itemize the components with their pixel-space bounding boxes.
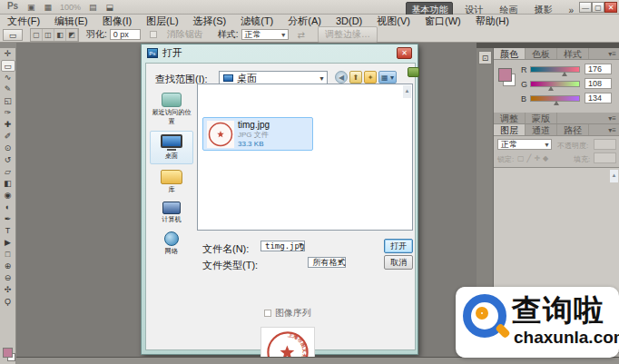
tab-color[interactable]: 颜色 xyxy=(494,48,526,59)
zoom-tool[interactable]: Ϙ xyxy=(1,296,15,308)
type-tool[interactable]: T xyxy=(1,225,15,237)
dodge-tool[interactable]: ◐ xyxy=(1,202,15,213)
path-select-tool[interactable]: ▶ xyxy=(1,237,15,249)
zoom-level-combo[interactable]: 100% xyxy=(56,3,84,12)
sidebar-item-computer[interactable]: 计算机 xyxy=(150,202,193,224)
rect-marquee-tool[interactable]: ▭ xyxy=(1,60,15,72)
panel-menu-icon[interactable]: ▾≡ xyxy=(608,113,616,124)
red-channel-label: R xyxy=(521,65,527,74)
history-panel-icon[interactable]: ⊡ xyxy=(478,51,492,64)
clone-stamp-tool[interactable]: ⊙ xyxy=(1,143,15,154)
pen-tool[interactable]: ✒ xyxy=(1,213,15,225)
menu-image[interactable]: 图像(I) xyxy=(95,15,139,28)
file-name: timg.jpg xyxy=(238,120,270,130)
file-item-timg[interactable]: timg.jpg JPG 文件 33.3 KB xyxy=(202,117,313,151)
add-selection-icon[interactable]: ◫ xyxy=(43,29,54,41)
lasso-tool[interactable]: ∿ xyxy=(1,72,15,84)
green-slider-thumb[interactable] xyxy=(548,86,554,91)
shape-tool[interactable]: □ xyxy=(1,249,15,261)
open-button[interactable]: 打开(O) xyxy=(384,239,413,253)
sidebar-item-libraries[interactable]: 库 xyxy=(150,170,193,194)
menu-select[interactable]: 选择(S) xyxy=(186,15,234,28)
dialog-titlebar[interactable]: Ps 打开 ✕ xyxy=(142,44,418,62)
quick-select-tool[interactable]: ✎ xyxy=(1,84,15,95)
tab-masks[interactable]: 蒙版 xyxy=(526,113,557,123)
feather-input[interactable]: 0 px xyxy=(110,29,141,40)
view-extras-icon[interactable]: ▦ xyxy=(40,3,57,12)
back-icon[interactable]: ◀ xyxy=(335,71,348,84)
opacity-label: 不透明度: xyxy=(557,141,588,151)
style-label: 样式: xyxy=(218,28,239,41)
sidebar-item-network[interactable]: 网络 xyxy=(150,231,193,256)
menu-filter[interactable]: 滤镜(T) xyxy=(233,15,280,28)
panel-menu-icon[interactable]: ▾≡ xyxy=(608,48,616,60)
eyedropper-tool[interactable]: ✑ xyxy=(1,107,15,119)
3d-rotate-tool[interactable]: ⊕ xyxy=(1,261,15,272)
image-sequence-checkbox[interactable] xyxy=(264,310,271,317)
scroll-up-icon[interactable]: ▲ xyxy=(403,85,411,98)
menu-file[interactable]: 文件(F) xyxy=(0,15,47,28)
image-sequence-row: 图像序列 xyxy=(264,307,311,320)
hand-tool[interactable]: ✣ xyxy=(1,284,15,296)
gradient-tool[interactable]: ◧ xyxy=(1,178,15,190)
menu-3d[interactable]: 3D(D) xyxy=(329,15,369,26)
red-value-input[interactable]: 176 xyxy=(585,64,612,74)
filename-input[interactable]: timg.jpg▼ xyxy=(260,241,305,251)
cancel-button[interactable]: 取消 xyxy=(384,255,413,270)
menu-window[interactable]: 窗口(W) xyxy=(418,15,468,28)
screen-mode-icon[interactable]: ⬓ xyxy=(102,3,119,12)
healing-brush-tool[interactable]: ✚ xyxy=(1,119,15,131)
file-list[interactable]: ▲ timg.jpg JPG 文件 33.3 KB xyxy=(197,84,413,231)
views-menu-icon[interactable]: ▦ ▾ xyxy=(378,71,397,84)
bridge-icon[interactable]: ▣ xyxy=(23,3,40,12)
scroll-up-icon[interactable]: ▲ xyxy=(610,170,618,182)
blue-value-input[interactable]: 134 xyxy=(585,93,612,103)
intersect-selection-icon[interactable]: ◩ xyxy=(66,29,78,41)
3d-roll-tool[interactable]: ⊖ xyxy=(1,272,15,284)
tab-channels[interactable]: 通道 xyxy=(526,124,557,135)
tab-styles[interactable]: 样式 xyxy=(557,48,589,59)
crop-tool[interactable]: ◱ xyxy=(1,95,15,107)
close-button[interactable]: ✕ xyxy=(604,2,617,13)
minimize-button[interactable]: — xyxy=(579,2,592,13)
red-slider[interactable] xyxy=(530,66,580,73)
filetype-combo[interactable]: 所有格式▼ xyxy=(308,257,346,268)
sidebar-item-recent[interactable]: 最近访问的位置 xyxy=(150,93,193,127)
options-bar: ▭ ▢ ◫ ◧ ◩ 羽化: 0 px 消除锯齿 样式: 正常▼ ⇄ 调整边缘… xyxy=(0,27,619,43)
tab-adjustments[interactable]: 调整 xyxy=(494,113,526,123)
foreground-color-swatch[interactable] xyxy=(3,348,13,358)
green-slider[interactable] xyxy=(530,81,580,87)
new-folder-icon[interactable]: ✦ xyxy=(364,71,377,84)
blue-slider-thumb[interactable] xyxy=(554,101,559,105)
blur-tool[interactable]: ◉ xyxy=(1,190,15,202)
brush-tool[interactable]: ✐ xyxy=(1,131,15,143)
arrange-documents-icon[interactable]: ▤ xyxy=(84,3,102,12)
tab-paths[interactable]: 路径 xyxy=(557,124,589,135)
menu-edit[interactable]: 编辑(E) xyxy=(47,15,95,28)
red-slider-thumb[interactable] xyxy=(562,72,567,76)
up-folder-icon[interactable]: ⬆ xyxy=(349,71,362,84)
menu-view[interactable]: 视图(V) xyxy=(369,15,418,28)
tab-layers[interactable]: 图层 xyxy=(494,124,526,135)
sidebar-item-desktop[interactable]: 桌面 xyxy=(150,131,193,164)
current-tool-icon[interactable]: ▭ xyxy=(3,29,23,41)
blend-mode-combo[interactable]: 正常▼ xyxy=(497,139,552,150)
image-folder-icon[interactable] xyxy=(408,67,419,77)
dialog-close-button[interactable]: ✕ xyxy=(397,47,412,59)
lock-icons[interactable]: ▢╱✛◆ xyxy=(517,154,551,162)
green-value-input[interactable]: 108 xyxy=(585,78,612,89)
eraser-tool[interactable]: ▱ xyxy=(1,166,15,178)
panel-menu-icon[interactable]: ▾≡ xyxy=(608,124,616,136)
antialias-checkbox[interactable] xyxy=(150,31,157,38)
menu-help[interactable]: 帮助(H) xyxy=(468,15,516,28)
subtract-selection-icon[interactable]: ◧ xyxy=(54,29,66,41)
history-brush-tool[interactable]: ↺ xyxy=(1,154,15,166)
adjustments-panel-tabs: 调整 蒙版 ▾≡ xyxy=(494,113,619,124)
lock-label: 锁定: xyxy=(497,154,514,164)
move-tool[interactable]: ✛ xyxy=(1,48,15,60)
menu-layer[interactable]: 图层(L) xyxy=(139,15,185,28)
new-selection-icon[interactable]: ▢ xyxy=(31,29,43,41)
style-combo[interactable]: 正常▼ xyxy=(241,29,289,40)
restore-button[interactable]: ▢ xyxy=(592,2,604,13)
tab-swatches[interactable]: 色板 xyxy=(526,48,557,59)
